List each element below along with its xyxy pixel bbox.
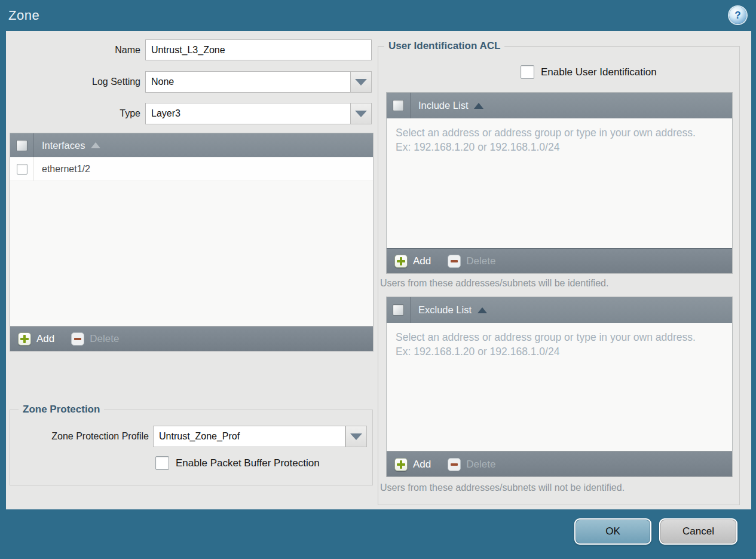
table-row[interactable]: ethernet1/2 [10,157,373,181]
chevron-down-icon [350,433,362,440]
zone-protection-profile-dropdown-button[interactable] [345,426,367,447]
exclude-add-button[interactable]: Add [413,459,431,471]
exclude-delete-button[interactable]: Delete [466,459,495,471]
enable-user-identification-checkbox[interactable] [521,65,534,79]
add-icon[interactable] [18,332,31,346]
sort-ascending-icon[interactable] [91,142,100,148]
include-add-button[interactable]: Add [413,255,431,267]
interface-name[interactable]: ethernet1/2 [42,164,90,175]
type-input[interactable] [145,103,351,124]
exclude-list-body[interactable]: Select an address or address group or ty… [387,323,732,451]
user-identification-acl-section: User Identification ACL Enable User Iden… [378,46,740,505]
row-checkbox[interactable] [17,164,27,175]
exclude-list-placeholder: Select an address or address group or ty… [387,323,721,359]
include-list-caption: Users from these addresses/subnets will … [380,278,608,289]
add-icon[interactable] [394,255,408,268]
delete-icon[interactable] [71,332,84,346]
packet-buffer-protection-label: Enable Packet Buffer Protection [176,456,320,470]
zone-protection-profile-label: Zone Protection Profile [16,426,149,447]
interfaces-table-body: ethernet1/2 [10,157,373,326]
chevron-down-icon [355,79,367,85]
include-list-placeholder: Select an address or address group or ty… [387,118,721,154]
exclude-list-column-header[interactable]: Exclude List [418,304,472,316]
enable-user-identification-label: Enable User Identification [541,65,657,79]
interfaces-select-all-checkbox[interactable] [16,140,27,151]
name-input[interactable] [145,39,372,60]
zone-dialog: Zone ? Name Log Setting Type Interfaces [0,0,756,559]
exclude-list-caption: Users from these addresses/subnets will … [380,482,625,493]
type-dropdown-button[interactable] [350,103,372,124]
delete-icon[interactable] [448,458,461,471]
interfaces-table-footer: Add Delete [10,326,373,351]
delete-icon[interactable] [448,255,461,268]
include-delete-button[interactable]: Delete [466,255,495,267]
include-list-table: Include List Select an address or addres… [386,92,733,274]
interfaces-table-header: Interfaces [10,133,373,157]
ok-button[interactable]: OK [574,518,651,545]
help-icon[interactable]: ? [729,7,746,24]
include-list-body[interactable]: Select an address or address group or ty… [387,118,732,248]
packet-buffer-protection-checkbox[interactable] [155,456,169,470]
sort-ascending-icon[interactable] [478,307,487,313]
sort-ascending-icon[interactable] [474,103,483,109]
include-select-all-checkbox[interactable] [393,100,404,111]
zone-protection-section: Zone Protection Zone Protection Profile … [10,410,373,485]
interfaces-column-header[interactable]: Interfaces [42,140,85,151]
zone-protection-profile-input[interactable] [153,426,345,447]
type-label: Type [21,103,140,124]
include-list-footer: Add Delete [387,248,732,273]
log-setting-input[interactable] [145,71,351,93]
add-icon[interactable] [394,458,408,471]
log-setting-dropdown-button[interactable] [350,71,372,93]
delete-button[interactable]: Delete [90,333,119,345]
chevron-down-icon [355,111,367,117]
log-setting-label: Log Setting [21,71,140,93]
exclude-list-footer: Add Delete [387,451,732,476]
user-identification-acl-legend: User Identification ACL [384,40,504,52]
dialog-titlebar: Zone ? [0,0,756,31]
include-list-header: Include List [387,93,732,118]
zone-protection-legend: Zone Protection [19,404,104,416]
interfaces-table: Interfaces ethernet1/2 Add Delete [10,133,374,352]
exclude-list-table: Exclude List Select an address or addres… [386,297,733,477]
include-list-column-header[interactable]: Include List [418,100,468,111]
exclude-select-all-checkbox[interactable] [393,304,404,316]
dialog-title: Zone [8,0,39,31]
cancel-button[interactable]: Cancel [659,518,737,545]
add-button[interactable]: Add [36,333,54,345]
dialog-body: Name Log Setting Type Interfaces [6,31,751,509]
name-label: Name [21,39,140,60]
exclude-list-header: Exclude List [387,297,732,323]
